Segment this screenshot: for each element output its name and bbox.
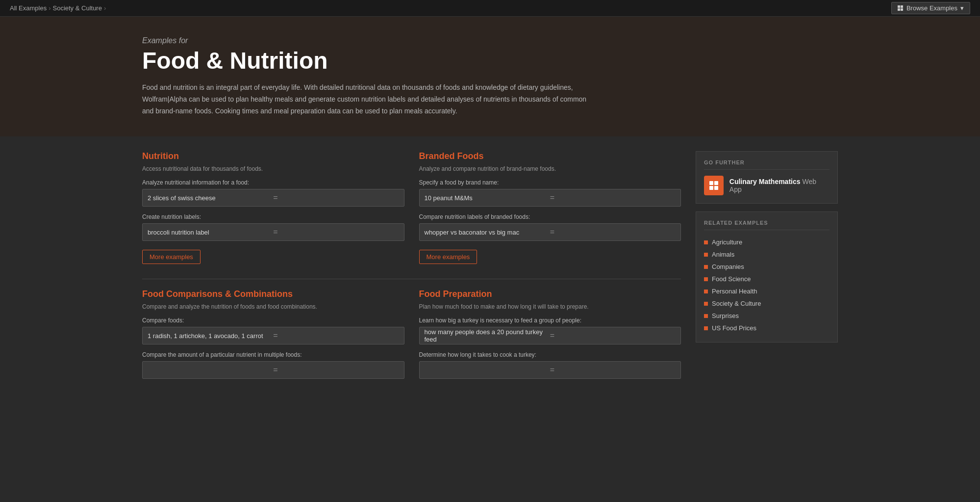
related-list: Agriculture Animals Companies Food Scien… — [704, 236, 829, 334]
equals-icon-3: = — [550, 228, 676, 237]
chevron-down-icon: ▾ — [960, 4, 964, 12]
branded-foods-section: Branded Foods Analyze and compare nutrit… — [419, 151, 681, 264]
dot-icon — [704, 326, 708, 330]
dot-icon — [704, 265, 708, 269]
food-preparation-desc: Plan how much food to make and how long … — [419, 303, 681, 310]
nutrition-input-0[interactable]: 2 slices of swiss cheese = — [142, 189, 404, 207]
society-culture-link[interactable]: Society & Culture — [52, 4, 101, 12]
branded-foods-title: Branded Foods — [419, 151, 681, 161]
nutrition-field-label-0: Analyze nutritional information for a fo… — [142, 179, 404, 186]
nutrition-value-1: broccoli nutrition label — [148, 229, 273, 236]
culinary-app-item[interactable]: Culinary Mathematics Web App — [704, 176, 829, 195]
branded-more-button[interactable]: More examples — [419, 250, 477, 264]
equals-icon-2: = — [550, 193, 676, 202]
food-preparation-section: Food Preparation Plan how much food to m… — [419, 289, 681, 386]
preparation-input-0[interactable]: how many people does a 20 pound turkey f… — [419, 327, 681, 344]
dot-icon — [704, 314, 708, 318]
equals-icon-4: = — [273, 331, 399, 340]
dot-icon — [704, 302, 708, 306]
comparisons-field-label-1: Compare the amount of a particular nutri… — [142, 351, 404, 358]
culinary-app-name: Culinary Mathematics Web App — [729, 178, 829, 193]
dot-icon — [704, 240, 708, 244]
page-title: Food & Nutrition — [142, 47, 838, 74]
comparisons-value-0: 1 radish, 1 artichoke, 1 avocado, 1 carr… — [148, 332, 273, 340]
related-item-surprises[interactable]: Surprises — [704, 310, 829, 322]
section-row-2: Food Comparisons & Combinations Compare … — [142, 289, 681, 386]
preparation-value-0: how many people does a 20 pound turkey f… — [425, 328, 550, 343]
branded-input-1[interactable]: whopper vs baconator vs big mac = — [419, 223, 681, 241]
breadcrumb-sep-2: › — [104, 4, 106, 12]
preparation-input-1[interactable]: = — [419, 361, 681, 379]
equals-icon-6: = — [550, 331, 676, 340]
food-preparation-title: Food Preparation — [419, 289, 681, 299]
branded-value-1: whopper vs baconator vs big mac — [425, 229, 550, 236]
divider-1 — [142, 279, 681, 279]
related-item-animals[interactable]: Animals — [704, 248, 829, 261]
breadcrumb-sep-1: › — [49, 4, 50, 12]
nutrition-title: Nutrition — [142, 151, 404, 161]
culinary-app-icon — [704, 176, 724, 195]
nutrition-input-1[interactable]: broccoli nutrition label = — [142, 223, 404, 241]
branded-foods-desc: Analyze and compare nutrition of brand-n… — [419, 165, 681, 172]
go-further-box: GO FURTHER Culinary Mathematics Web App — [696, 151, 838, 204]
sidebar: GO FURTHER Culinary Mathematics Web App … — [696, 151, 838, 400]
all-examples-link[interactable]: All Examples — [10, 4, 47, 12]
equals-icon-1: = — [273, 228, 399, 237]
hero-section: Examples for Food & Nutrition Food and n… — [0, 17, 980, 136]
related-item-society-culture[interactable]: Society & Culture — [704, 297, 829, 310]
nutrition-field-label-1: Create nutrition labels: — [142, 213, 404, 220]
go-further-heading: GO FURTHER — [704, 159, 829, 170]
top-nav: All Examples › Society & Culture › Brows… — [0, 0, 980, 17]
examples-for-label: Examples for — [142, 36, 838, 45]
nutrition-desc: Access nutritional data for thousands of… — [142, 165, 404, 172]
equals-icon-5: = — [273, 366, 399, 374]
breadcrumb: All Examples › Society & Culture › — [10, 4, 106, 12]
food-comparisons-title: Food Comparisons & Combinations — [142, 289, 404, 299]
branded-input-0[interactable]: 10 peanut M&Ms = — [419, 189, 681, 207]
app-grid-icon — [709, 181, 718, 190]
dot-icon — [704, 253, 708, 257]
left-column: Nutrition Access nutritional data for th… — [142, 151, 681, 400]
related-item-food-science[interactable]: Food Science — [704, 273, 829, 285]
preparation-field-label-0: Learn how big a turkey is necessary to f… — [419, 317, 681, 324]
branded-field-label-1: Compare nutrition labels of branded food… — [419, 213, 681, 220]
preparation-field-label-1: Determine how long it takes to cook a tu… — [419, 351, 681, 358]
hero-description: Food and nutrition is an integral part o… — [142, 82, 593, 117]
nutrition-more-button[interactable]: More examples — [142, 250, 201, 264]
related-item-agriculture[interactable]: Agriculture — [704, 236, 829, 248]
grid-icon — [898, 5, 904, 11]
dot-icon — [704, 277, 708, 281]
culinary-app-name-strong: Culinary Mathematics — [729, 178, 801, 185]
browse-examples-button[interactable]: Browse Examples ▾ — [891, 2, 970, 14]
related-item-us-food-prices[interactable]: US Food Prices — [704, 322, 829, 334]
comparisons-input-1[interactable]: = — [142, 361, 404, 379]
related-heading: RELATED EXAMPLES — [704, 220, 829, 230]
browse-examples-label: Browse Examples — [906, 4, 957, 12]
equals-icon-7: = — [550, 366, 676, 374]
dot-icon — [704, 290, 708, 293]
nutrition-value-0: 2 slices of swiss cheese — [148, 194, 273, 202]
branded-field-label-0: Specify a food by brand name: — [419, 179, 681, 186]
related-item-personal-health[interactable]: Personal Health — [704, 285, 829, 297]
related-item-companies[interactable]: Companies — [704, 261, 829, 273]
comparisons-field-label-0: Compare foods: — [142, 317, 404, 324]
section-row-1: Nutrition Access nutritional data for th… — [142, 151, 681, 264]
comparisons-input-0[interactable]: 1 radish, 1 artichoke, 1 avocado, 1 carr… — [142, 327, 404, 344]
main-content: Nutrition Access nutritional data for th… — [0, 136, 980, 415]
food-comparisons-section: Food Comparisons & Combinations Compare … — [142, 289, 404, 386]
equals-icon-0: = — [273, 193, 399, 202]
related-examples-box: RELATED EXAMPLES Agriculture Animals Com… — [696, 211, 838, 343]
branded-value-0: 10 peanut M&Ms — [425, 194, 550, 202]
food-comparisons-desc: Compare and analyze the nutrition of foo… — [142, 303, 404, 310]
nutrition-section: Nutrition Access nutritional data for th… — [142, 151, 404, 264]
